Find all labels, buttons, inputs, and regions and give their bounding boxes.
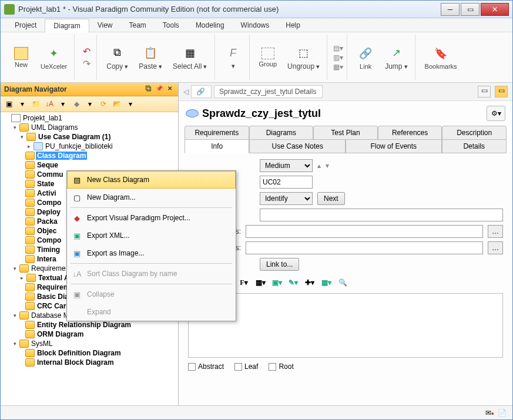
ctx-new-class-diagram[interactable]: ▧ New Class Diagram (67, 171, 236, 189)
page-icon[interactable]: 📄 (498, 409, 507, 417)
folder-icon (25, 330, 35, 338)
folder-icon (25, 246, 35, 254)
down-icon[interactable]: ▾ (326, 162, 329, 170)
tab-flow-of-events[interactable]: Flow of Events (346, 139, 442, 153)
statusbar: ✉● 📄 (1, 405, 512, 419)
s-input[interactable] (246, 225, 483, 238)
paste-button[interactable]: 📋 Paste ▾ (135, 42, 166, 73)
pin-icon[interactable]: 📌 (155, 85, 164, 94)
undo-button[interactable]: ↶ (83, 46, 90, 57)
tab-requirements[interactable]: Requirements (185, 126, 249, 139)
mail-icon[interactable]: ✉● (485, 409, 494, 417)
export-icon: ◆ (72, 213, 82, 223)
tabs-row-1: Requirements Diagrams Test Plan Referenc… (179, 126, 512, 139)
ctx-sort: ↓A Sort Class Diagram by name (67, 265, 236, 283)
abstract-checkbox[interactable]: Abstract (188, 362, 224, 371)
tab-diagrams[interactable]: Diagrams (249, 126, 314, 139)
breadcrumb-icon[interactable]: 🔗 (191, 85, 212, 98)
breadcrumb-back-icon[interactable]: ◁ (183, 88, 189, 96)
tors-input[interactable] (246, 241, 483, 254)
minimize-button[interactable]: ─ (441, 3, 460, 16)
paste-icon: 📋 (142, 45, 159, 61)
copy-button[interactable]: ⧉ Copy ▾ (103, 42, 132, 73)
menu-diagram[interactable]: Diagram (45, 19, 89, 33)
nav-tool-1[interactable]: ▣ (3, 98, 15, 110)
ctx-new-diagram[interactable]: ▢ New Diagram... (67, 189, 236, 206)
tab-description[interactable]: Description (442, 126, 507, 139)
uexceler-button[interactable]: ✦ UeXceler (37, 43, 71, 72)
nav-tool-5[interactable]: ▾ (57, 98, 69, 110)
close-button[interactable]: ✕ (481, 3, 509, 16)
insert-icon[interactable]: ▦▾ (320, 277, 333, 288)
nav-tool-6[interactable]: ▾ (84, 98, 96, 110)
tab-info[interactable]: Info (185, 139, 249, 153)
new-button[interactable]: New (9, 45, 33, 70)
up-icon[interactable]: ▴ (317, 162, 321, 170)
tab-use-case-notes[interactable]: Use Case Notes (249, 139, 346, 153)
nav-tool-up[interactable]: ◆ (71, 98, 82, 110)
folder-icon (19, 340, 29, 348)
menu-tools[interactable]: Tools (155, 19, 187, 32)
nav-tool-open[interactable]: 📂 (111, 98, 123, 110)
menu-view[interactable]: View (89, 19, 121, 32)
distribute-icon[interactable]: ▥▾ (333, 53, 343, 62)
redo-button[interactable]: ↷ (83, 58, 90, 69)
layout-icon[interactable]: ▭ (478, 86, 491, 98)
view-icon[interactable]: ▭ (495, 86, 508, 98)
bookmarks-button[interactable]: 🔖 Bookmarks (421, 43, 461, 72)
menubar: Project Diagram View Team Tools Modeling… (1, 18, 512, 32)
jump-icon: ↗ (388, 45, 404, 61)
nav-tool-sort[interactable]: ↓A (43, 98, 55, 110)
ctx-expand: Expand (67, 303, 236, 321)
menu-windows[interactable]: Windows (233, 19, 278, 32)
id-input[interactable] (260, 176, 313, 189)
tab-details[interactable]: Details (442, 139, 507, 153)
project-icon (11, 114, 21, 122)
gear-button[interactable]: ⚙▾ (487, 106, 505, 121)
font-icon[interactable]: F▾ (237, 277, 250, 288)
dock-icon[interactable]: ⿻ (144, 85, 153, 94)
folder-icon (25, 302, 35, 310)
folder-icon (19, 311, 29, 320)
group-button[interactable]: Group (256, 45, 281, 70)
nav-tool-7[interactable]: ▾ (125, 98, 136, 110)
nav-tool-3[interactable]: 📁 (30, 98, 42, 110)
maximize-button[interactable]: ▭ (461, 3, 480, 16)
status-select[interactable]: Identify (260, 192, 313, 205)
table-icon[interactable]: ▦▾ (254, 277, 267, 288)
next-button[interactable]: Next (317, 192, 345, 205)
ctx-export-xml[interactable]: ▣ Export XML... (67, 227, 236, 244)
rank-select[interactable]: Medium (260, 159, 313, 172)
breadcrumb-item[interactable]: Sprawdz_czy_jest_tytul Details (214, 85, 323, 98)
nav-tool-refresh[interactable]: ⟳ (98, 98, 109, 110)
root-checkbox[interactable]: Root (269, 362, 293, 371)
ungroup-button[interactable]: ⬚ Ungroup ▾ (284, 42, 323, 73)
highlight-icon[interactable]: ✎▾ (287, 277, 300, 288)
panel-close-icon[interactable]: ✕ (165, 85, 175, 94)
tree-item-class-diagram[interactable]: Class Diagram (36, 152, 87, 160)
ctx-export-image[interactable]: ▣ Export as Image... (67, 244, 236, 262)
nav-tool-2[interactable]: ▾ (16, 98, 28, 110)
browse-tors-button[interactable]: … (488, 241, 503, 254)
menu-project[interactable]: Project (6, 19, 45, 32)
add-icon[interactable]: ✚▾ (303, 277, 316, 288)
tab-references[interactable]: References (378, 126, 442, 139)
layout-icon[interactable]: ▦▾ (333, 63, 343, 71)
tab-test-plan[interactable]: Test Plan (313, 126, 378, 139)
format-button[interactable]: F ▾ (221, 42, 246, 72)
select-all-button[interactable]: ▦ Select All ▾ (169, 42, 210, 73)
link-to-button[interactable]: Link to... (260, 258, 299, 271)
leaf-checkbox[interactable]: Leaf (234, 362, 258, 371)
jump-button[interactable]: ↗ Jump ▾ (381, 42, 411, 73)
find-icon[interactable]: 🔍 (336, 277, 349, 288)
menu-help[interactable]: Help (277, 19, 309, 32)
browse-s-button[interactable]: … (488, 225, 503, 238)
link-button[interactable]: 🔗 Link (353, 43, 378, 72)
menu-modeling[interactable]: Modeling (187, 19, 233, 32)
ctx-export-vp[interactable]: ◆ Export Visual Paradigm Project... (67, 209, 236, 227)
align-icon[interactable]: ▤▾ (333, 44, 343, 52)
menu-team[interactable]: Team (121, 19, 155, 32)
context-menu: ▧ New Class Diagram ▢ New Diagram... ◆ E… (66, 170, 236, 321)
image-icon[interactable]: ▣▾ (270, 277, 283, 288)
text-input-1[interactable] (260, 209, 503, 221)
